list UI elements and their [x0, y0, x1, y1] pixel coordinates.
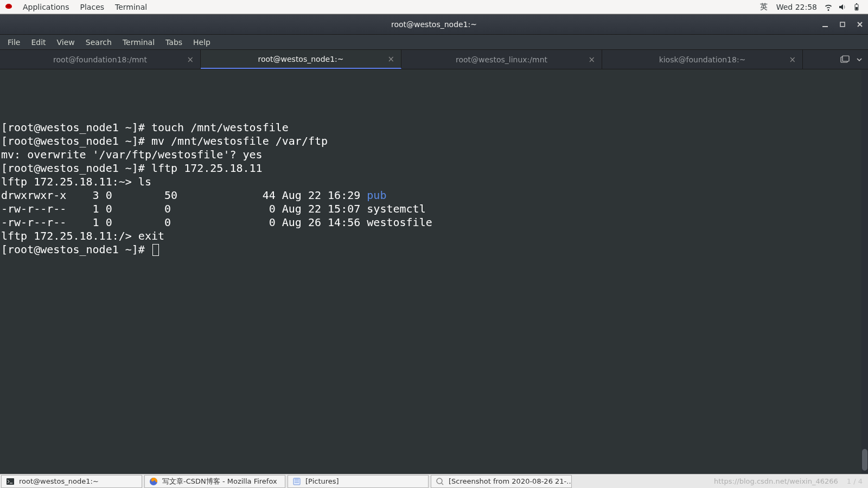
- tab-close-icon[interactable]: ×: [588, 55, 595, 65]
- tab-label: kiosk@foundation18:~: [659, 55, 746, 64]
- menu-file[interactable]: File: [2, 38, 25, 47]
- window-titlebar: root@westos_node1:~: [0, 14, 868, 35]
- svg-rect-7: [843, 56, 849, 61]
- menu-search[interactable]: Search: [80, 38, 117, 47]
- svg-point-0: [7, 5, 11, 7]
- svg-rect-8: [7, 478, 14, 485]
- tab-foundation18-mnt[interactable]: root@foundation18:/mnt ×: [0, 50, 201, 69]
- window-maximize-button[interactable]: [838, 20, 847, 29]
- terminal-line: -rw-r--r-- 1 0 0 0 Aug 22 15:07 systemct…: [1, 202, 426, 215]
- tab-westos-node1[interactable]: root@westos_node1:~ ×: [201, 50, 401, 69]
- folder-icon: [292, 477, 301, 486]
- new-tab-icon[interactable]: [840, 55, 850, 65]
- terminal-app-icon: [6, 477, 15, 486]
- svg-rect-4: [822, 26, 828, 27]
- tab-label: root@westos_node1:~: [258, 55, 343, 63]
- taskbar-item-firefox[interactable]: 写文章-CSDN博客 - Mozilla Firefox: [144, 475, 285, 488]
- watermark-text: https://blog.csdn.net/weixin_46266: [714, 477, 841, 485]
- tab-label: root@foundation18:/mnt: [53, 55, 147, 64]
- directory-name: pub: [367, 189, 386, 202]
- menu-terminal[interactable]: Terminal: [110, 3, 152, 11]
- tab-kiosk-foundation18[interactable]: kiosk@foundation18:~ ×: [602, 50, 803, 69]
- menu-applications[interactable]: Applications: [17, 3, 75, 11]
- desktop-taskbar: root@westos_node1:~ 写文章-CSDN博客 - Mozilla…: [0, 474, 868, 488]
- svg-rect-5: [840, 22, 845, 27]
- taskbar-item-label: 写文章-CSDN博客 - Mozilla Firefox: [162, 477, 277, 486]
- terminal-line: mv: overwrite '/var/ftp/westosfile'? yes: [1, 148, 263, 161]
- tab-menu-chevron-down-icon[interactable]: [856, 56, 863, 63]
- power-battery-icon[interactable]: [852, 3, 861, 11]
- terminal-menubar: File Edit View Search Terminal Tabs Help: [0, 35, 868, 50]
- menu-edit[interactable]: Edit: [25, 38, 51, 47]
- clock[interactable]: Wed 22:58: [772, 3, 821, 11]
- taskbar-item-pictures[interactable]: [Pictures]: [288, 475, 429, 488]
- tab-close-icon[interactable]: ×: [387, 54, 394, 64]
- scrollbar-thumb[interactable]: [862, 449, 867, 471]
- terminal-line: -rw-r--r-- 1 0 0 0 Aug 26 14:56 westosfi…: [1, 216, 432, 229]
- image-viewer-icon: [436, 477, 444, 486]
- taskbar-item-terminal[interactable]: root@westos_node1:~: [1, 475, 142, 488]
- desktop-top-panel: Applications Places Terminal 英 Wed 22:58: [0, 0, 868, 14]
- redhat-logo-icon: [4, 3, 13, 11]
- tab-label: root@westos_linux:/mnt: [456, 55, 547, 64]
- terminal-line: lftp 172.25.18.11:~> ls: [1, 175, 151, 188]
- volume-icon[interactable]: [838, 3, 847, 11]
- svg-point-11: [437, 478, 442, 484]
- terminal-tabbar: root@foundation18:/mnt × root@westos_nod…: [0, 50, 868, 69]
- network-wifi-icon[interactable]: [824, 3, 833, 11]
- menu-terminal-app[interactable]: Terminal: [117, 38, 160, 47]
- svg-rect-3: [856, 3, 857, 4]
- terminal-prompt-line: [root@westos_node1 ~]#: [1, 243, 159, 256]
- terminal-output[interactable]: [root@westos_node1 ~]# touch /mnt/westos…: [0, 69, 868, 474]
- taskbar-item-label: [Pictures]: [305, 477, 339, 485]
- terminal-line: drwxrwxr-x 3 0 50 44 Aug 22 16:29 pub: [1, 189, 386, 202]
- tab-close-icon[interactable]: ×: [789, 55, 796, 65]
- terminal-cursor: [152, 244, 159, 256]
- terminal-line: [root@westos_node1 ~]# lftp 172.25.18.11: [1, 162, 263, 175]
- menu-places[interactable]: Places: [75, 3, 110, 11]
- page-counter: 1 / 4: [841, 477, 868, 485]
- window-close-button[interactable]: [855, 20, 865, 29]
- tab-close-icon[interactable]: ×: [187, 55, 194, 65]
- window-minimize-button[interactable]: [820, 20, 830, 29]
- terminal-line: lftp 172.25.18.11:/> exit: [1, 229, 164, 242]
- tab-westos-linux-mnt[interactable]: root@westos_linux:/mnt ×: [401, 50, 602, 69]
- svg-rect-2: [856, 7, 858, 10]
- menu-tabs[interactable]: Tabs: [160, 38, 188, 47]
- terminal-line: [root@westos_node1 ~]# touch /mnt/westos…: [1, 121, 289, 134]
- terminal-line: [root@westos_node1 ~]# mv /mnt/westosfil…: [1, 134, 328, 147]
- taskbar-item-screenshot[interactable]: [Screenshot from 2020-08-26 21-...: [431, 475, 572, 488]
- menu-help[interactable]: Help: [188, 38, 216, 47]
- firefox-icon: [149, 477, 158, 486]
- input-method-indicator[interactable]: 英: [756, 2, 772, 12]
- menu-view[interactable]: View: [52, 38, 80, 47]
- taskbar-item-label: [Screenshot from 2020-08-26 21-...: [449, 477, 572, 485]
- taskbar-item-label: root@westos_node1:~: [19, 477, 99, 485]
- terminal-scrollbar[interactable]: [861, 69, 868, 474]
- window-title: root@westos_node1:~: [391, 20, 477, 29]
